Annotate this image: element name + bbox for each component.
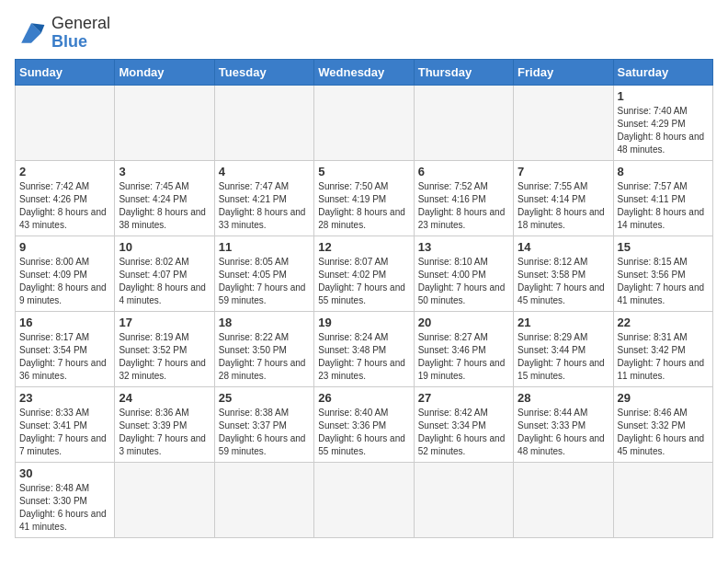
calendar-cell xyxy=(115,85,214,160)
weekday-header-friday: Friday xyxy=(514,59,613,85)
day-info: Sunrise: 8:44 AM Sunset: 3:33 PM Dayligh… xyxy=(518,407,609,458)
calendar-cell: 8Sunrise: 7:57 AM Sunset: 4:11 PM Daylig… xyxy=(613,160,712,236)
logo-text: GeneralBlue xyxy=(51,15,110,52)
calendar-cell: 6Sunrise: 7:52 AM Sunset: 4:16 PM Daylig… xyxy=(414,160,513,236)
calendar-cell xyxy=(16,85,115,160)
calendar-cell xyxy=(514,85,613,160)
day-number: 29 xyxy=(618,391,709,405)
day-info: Sunrise: 8:00 AM Sunset: 4:09 PM Dayligh… xyxy=(19,256,110,307)
day-info: Sunrise: 8:42 AM Sunset: 3:34 PM Dayligh… xyxy=(418,407,509,458)
calendar-cell: 4Sunrise: 7:47 AM Sunset: 4:21 PM Daylig… xyxy=(214,160,313,236)
calendar-cell: 3Sunrise: 7:45 AM Sunset: 4:24 PM Daylig… xyxy=(115,160,214,236)
day-number: 20 xyxy=(418,316,509,329)
calendar-cell: 7Sunrise: 7:55 AM Sunset: 4:14 PM Daylig… xyxy=(514,160,613,236)
day-number: 14 xyxy=(518,240,609,254)
calendar-cell: 29Sunrise: 8:46 AM Sunset: 3:32 PM Dayli… xyxy=(613,386,712,462)
day-info: Sunrise: 8:19 AM Sunset: 3:52 PM Dayligh… xyxy=(119,331,210,383)
calendar-cell: 15Sunrise: 8:15 AM Sunset: 3:56 PM Dayli… xyxy=(613,236,712,311)
day-number: 15 xyxy=(618,240,709,254)
day-info: Sunrise: 8:24 AM Sunset: 3:48 PM Dayligh… xyxy=(318,331,409,383)
weekday-header-saturday: Saturday xyxy=(613,59,712,85)
calendar-cell: 2Sunrise: 7:42 AM Sunset: 4:26 PM Daylig… xyxy=(16,160,115,236)
calendar-cell xyxy=(214,462,313,537)
day-number: 5 xyxy=(318,165,409,178)
day-info: Sunrise: 8:27 AM Sunset: 3:46 PM Dayligh… xyxy=(418,331,509,383)
weekday-header-wednesday: Wednesday xyxy=(314,59,414,85)
day-info: Sunrise: 7:40 AM Sunset: 4:29 PM Dayligh… xyxy=(618,105,709,156)
calendar-cell: 13Sunrise: 8:10 AM Sunset: 4:00 PM Dayli… xyxy=(414,236,513,311)
day-number: 19 xyxy=(318,316,409,329)
day-info: Sunrise: 7:52 AM Sunset: 4:16 PM Dayligh… xyxy=(418,180,509,232)
calendar-cell: 23Sunrise: 8:33 AM Sunset: 3:41 PM Dayli… xyxy=(16,386,115,462)
calendar-cell xyxy=(314,462,414,537)
weekday-header-monday: Monday xyxy=(115,59,214,85)
day-number: 7 xyxy=(518,165,609,178)
day-number: 23 xyxy=(19,391,110,405)
day-info: Sunrise: 8:29 AM Sunset: 3:44 PM Dayligh… xyxy=(518,331,609,383)
calendar-cell xyxy=(514,462,613,537)
weekday-header-sunday: Sunday xyxy=(16,59,115,85)
day-info: Sunrise: 7:47 AM Sunset: 4:21 PM Dayligh… xyxy=(219,180,310,232)
calendar-cell: 25Sunrise: 8:38 AM Sunset: 3:37 PM Dayli… xyxy=(214,386,313,462)
calendar-cell xyxy=(314,85,414,160)
weekday-header-tuesday: Tuesday xyxy=(214,59,313,85)
day-number: 11 xyxy=(219,240,310,254)
day-number: 18 xyxy=(219,316,310,329)
day-info: Sunrise: 7:45 AM Sunset: 4:24 PM Dayligh… xyxy=(119,180,210,232)
day-info: Sunrise: 7:50 AM Sunset: 4:19 PM Dayligh… xyxy=(318,180,409,232)
calendar-cell: 10Sunrise: 8:02 AM Sunset: 4:07 PM Dayli… xyxy=(115,236,214,311)
calendar-cell xyxy=(613,462,712,537)
calendar-cell: 5Sunrise: 7:50 AM Sunset: 4:19 PM Daylig… xyxy=(314,160,414,236)
day-number: 13 xyxy=(418,240,509,254)
day-info: Sunrise: 8:36 AM Sunset: 3:39 PM Dayligh… xyxy=(119,407,210,458)
day-number: 16 xyxy=(19,316,110,329)
day-info: Sunrise: 8:07 AM Sunset: 4:02 PM Dayligh… xyxy=(318,256,409,307)
calendar-cell: 14Sunrise: 8:12 AM Sunset: 3:58 PM Dayli… xyxy=(514,236,613,311)
day-info: Sunrise: 8:48 AM Sunset: 3:30 PM Dayligh… xyxy=(19,482,110,534)
day-number: 2 xyxy=(19,165,110,178)
calendar-cell: 17Sunrise: 8:19 AM Sunset: 3:52 PM Dayli… xyxy=(115,311,214,386)
day-number: 30 xyxy=(19,466,110,480)
day-info: Sunrise: 8:22 AM Sunset: 3:50 PM Dayligh… xyxy=(219,331,310,383)
day-info: Sunrise: 8:10 AM Sunset: 4:00 PM Dayligh… xyxy=(418,256,509,307)
day-number: 3 xyxy=(119,165,210,178)
calendar-cell: 19Sunrise: 8:24 AM Sunset: 3:48 PM Dayli… xyxy=(314,311,414,386)
day-info: Sunrise: 8:38 AM Sunset: 3:37 PM Dayligh… xyxy=(219,407,310,458)
calendar-cell: 26Sunrise: 8:40 AM Sunset: 3:36 PM Dayli… xyxy=(314,386,414,462)
day-number: 27 xyxy=(418,391,509,405)
day-info: Sunrise: 8:05 AM Sunset: 4:05 PM Dayligh… xyxy=(219,256,310,307)
day-info: Sunrise: 8:33 AM Sunset: 3:41 PM Dayligh… xyxy=(19,407,110,458)
day-number: 4 xyxy=(219,165,310,178)
calendar-cell: 20Sunrise: 8:27 AM Sunset: 3:46 PM Dayli… xyxy=(414,311,513,386)
day-info: Sunrise: 8:02 AM Sunset: 4:07 PM Dayligh… xyxy=(119,256,210,307)
day-info: Sunrise: 7:57 AM Sunset: 4:11 PM Dayligh… xyxy=(618,180,709,232)
day-number: 24 xyxy=(119,391,210,405)
calendar-cell xyxy=(414,462,513,537)
calendar-cell: 11Sunrise: 8:05 AM Sunset: 4:05 PM Dayli… xyxy=(214,236,313,311)
day-number: 9 xyxy=(19,240,110,254)
day-number: 17 xyxy=(119,316,210,329)
calendar-cell: 16Sunrise: 8:17 AM Sunset: 3:54 PM Dayli… xyxy=(16,311,115,386)
calendar-cell: 30Sunrise: 8:48 AM Sunset: 3:30 PM Dayli… xyxy=(16,462,115,537)
calendar-cell: 28Sunrise: 8:44 AM Sunset: 3:33 PM Dayli… xyxy=(514,386,613,462)
day-info: Sunrise: 7:55 AM Sunset: 4:14 PM Dayligh… xyxy=(518,180,609,232)
day-info: Sunrise: 8:46 AM Sunset: 3:32 PM Dayligh… xyxy=(618,407,709,458)
day-info: Sunrise: 8:17 AM Sunset: 3:54 PM Dayligh… xyxy=(19,331,110,383)
header: GeneralBlue xyxy=(15,15,713,52)
calendar-cell: 22Sunrise: 8:31 AM Sunset: 3:42 PM Dayli… xyxy=(613,311,712,386)
day-number: 28 xyxy=(518,391,609,405)
day-info: Sunrise: 7:42 AM Sunset: 4:26 PM Dayligh… xyxy=(19,180,110,232)
logo-icon xyxy=(15,17,48,50)
weekday-header-thursday: Thursday xyxy=(414,59,513,85)
calendar-cell xyxy=(214,85,313,160)
day-number: 26 xyxy=(318,391,409,405)
calendar-cell xyxy=(414,85,513,160)
day-info: Sunrise: 8:15 AM Sunset: 3:56 PM Dayligh… xyxy=(618,256,709,307)
day-number: 25 xyxy=(219,391,310,405)
calendar-cell: 24Sunrise: 8:36 AM Sunset: 3:39 PM Dayli… xyxy=(115,386,214,462)
day-number: 8 xyxy=(618,165,709,178)
day-number: 12 xyxy=(318,240,409,254)
day-number: 22 xyxy=(618,316,709,329)
day-info: Sunrise: 8:40 AM Sunset: 3:36 PM Dayligh… xyxy=(318,407,409,458)
day-info: Sunrise: 8:12 AM Sunset: 3:58 PM Dayligh… xyxy=(518,256,609,307)
